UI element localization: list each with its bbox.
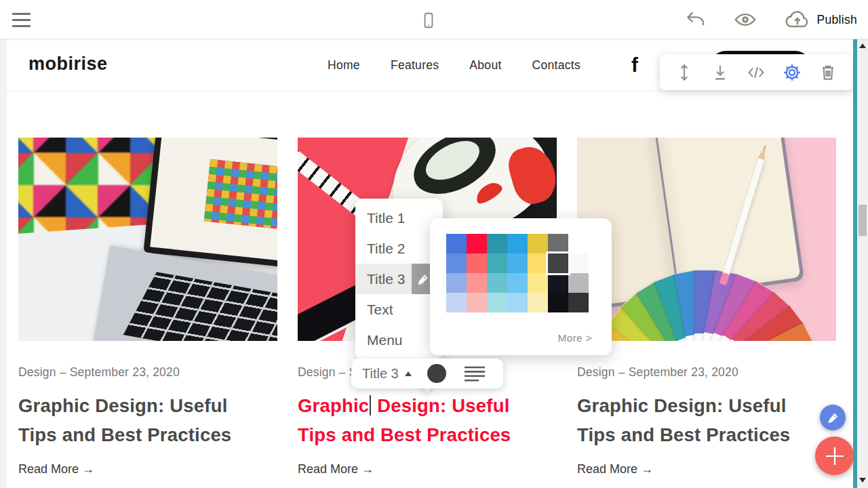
color-swatch[interactable] (446, 253, 467, 273)
color-swatch[interactable] (568, 273, 589, 293)
post-title-line2: Tips and Best Practices (577, 420, 836, 449)
format-option-label: Title 3 (367, 271, 405, 287)
scrollbar-track[interactable] (857, 39, 868, 488)
blog-image-notebook[interactable] (577, 138, 836, 341)
color-swatch[interactable] (487, 273, 507, 293)
color-swatch[interactable] (548, 293, 568, 312)
color-swatch[interactable] (446, 234, 467, 253)
color-swatch[interactable] (487, 253, 507, 273)
post-title-line1: Graphic Design: Useful (577, 391, 836, 420)
color-swatch[interactable] (548, 253, 568, 273)
post-title[interactable]: Graphic Design: Useful Tips and Best Pra… (577, 391, 836, 449)
color-swatch (568, 234, 589, 253)
color-swatch[interactable] (507, 253, 528, 273)
post-title-line1: Graphic Design: Useful (298, 391, 557, 420)
color-swatch[interactable] (446, 273, 467, 293)
color-swatch[interactable] (528, 293, 548, 312)
color-swatch[interactable] (467, 273, 487, 293)
color-swatch[interactable] (446, 293, 467, 312)
mobile-view-icon[interactable] (415, 6, 442, 35)
post-title-editing[interactable]: Graphic Design: Useful Tips and Best Pra… (298, 391, 557, 449)
scrollbar-down-arrow-icon[interactable] (859, 478, 866, 483)
laptop-screen-decor (143, 138, 277, 268)
caret-up-icon (405, 371, 412, 376)
app-toolbar: Publish (0, 0, 868, 39)
color-swatch[interactable] (528, 253, 548, 273)
nav-link-contacts[interactable]: Contacts (532, 58, 580, 73)
text-style-label: Title 3 (362, 366, 399, 382)
color-swatch[interactable] (568, 293, 589, 312)
post-title[interactable]: Graphic Design: Useful Tips and Best Pra… (18, 391, 277, 449)
settings-gear-icon[interactable] (781, 61, 804, 84)
post-title-line1: Graphic Design: Useful (18, 391, 277, 420)
color-swatch[interactable] (487, 293, 507, 312)
nav-link-home[interactable]: Home (328, 58, 360, 73)
color-swatch[interactable] (548, 273, 568, 293)
blog-card-3: Design – September 23, 2020 Graphic Desi… (577, 138, 836, 476)
move-block-icon[interactable] (673, 61, 696, 84)
color-swatch[interactable] (487, 234, 507, 253)
delete-block-trash-icon[interactable] (816, 61, 840, 84)
undo-icon[interactable] (684, 8, 707, 31)
color-swatch-grid (446, 234, 589, 312)
publish-label: Publish (817, 13, 858, 27)
scrollbar-thumb[interactable] (859, 205, 867, 236)
read-more-link[interactable]: Read More → (298, 462, 557, 476)
color-swatch[interactable] (507, 293, 528, 312)
read-more-link[interactable]: Read More → (577, 462, 836, 476)
preview-eye-icon[interactable] (732, 9, 758, 30)
post-title-line2: Tips and Best Practices (298, 420, 557, 449)
color-swatch[interactable] (507, 273, 528, 293)
code-editor-icon[interactable] (745, 61, 768, 84)
color-fan-decor (577, 138, 836, 341)
post-meta[interactable]: Design – September 23, 2020 (577, 365, 836, 380)
text-style-dropdown[interactable]: Title 3 (362, 366, 412, 382)
color-swatch[interactable] (528, 273, 548, 293)
color-swatch[interactable] (467, 234, 487, 253)
text-toolbar: Title 3 (351, 359, 503, 388)
post-meta[interactable]: Design – September 23, 2020 (18, 365, 277, 380)
cloud-upload-icon (784, 7, 811, 32)
more-colors-link[interactable]: More > (558, 332, 592, 344)
color-swatch[interactable] (548, 234, 568, 253)
nav-link-features[interactable]: Features (391, 58, 439, 73)
site-logo[interactable]: mobirise (28, 54, 108, 75)
color-palette-panel: More > (430, 218, 612, 355)
text-align-icon[interactable] (464, 365, 486, 382)
add-block-fab[interactable] (815, 436, 854, 475)
facebook-icon[interactable]: f (631, 54, 638, 76)
blog-image-laptop[interactable] (18, 138, 277, 341)
site-nav: Home Features About Contacts (328, 39, 580, 92)
edit-pen-fab[interactable] (820, 405, 846, 430)
hamburger-menu-icon[interactable] (12, 13, 31, 27)
read-more-link[interactable]: Read More → (18, 462, 277, 476)
color-swatch[interactable] (568, 253, 589, 273)
text-color-swatch-button[interactable] (427, 364, 446, 383)
nav-link-about[interactable]: About (469, 58, 501, 73)
scrollbar-up-arrow-icon[interactable] (859, 43, 866, 48)
color-swatch[interactable] (467, 293, 487, 312)
color-swatch[interactable] (507, 234, 528, 253)
block-toolbar (660, 54, 852, 90)
blog-card-1: Design – September 23, 2020 Graphic Desi… (18, 138, 277, 476)
color-swatch[interactable] (528, 234, 548, 253)
post-title-line2: Tips and Best Practices (18, 420, 277, 449)
publish-button[interactable]: Publish (784, 7, 858, 32)
download-block-icon[interactable] (709, 61, 732, 84)
color-swatch[interactable] (467, 253, 487, 273)
